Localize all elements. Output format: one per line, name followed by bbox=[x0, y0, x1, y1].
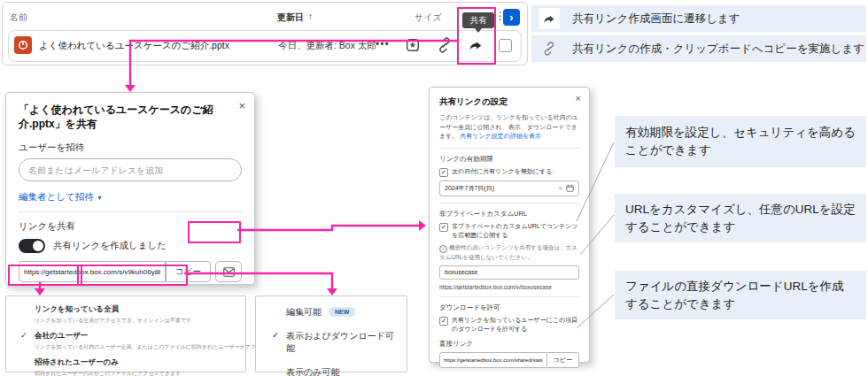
share-url-input[interactable] bbox=[19, 261, 166, 282]
custom-url-input[interactable] bbox=[439, 265, 579, 280]
invite-input[interactable] bbox=[19, 158, 242, 181]
option-label: 表示のみ可能 bbox=[286, 367, 339, 376]
permission-option-view-only[interactable]: 表示のみ可能 bbox=[263, 366, 399, 376]
option-desc: リンクを知っている社内のユーザー全員、またはこのファイルに招待されたユーザーがア… bbox=[35, 343, 236, 351]
close-icon[interactable]: × bbox=[238, 100, 245, 111]
legend-link-text: 共有リンクの作成・クリップボードへコピーを実施します bbox=[572, 42, 864, 57]
more-actions-icon[interactable]: ••• bbox=[376, 38, 390, 50]
direct-link-copy-button[interactable]: コピー bbox=[547, 352, 579, 368]
expiration-checkbox-row[interactable]: ✓ 次の日付に共有リンクを無効にする: bbox=[439, 167, 579, 177]
checkbox-checked-icon[interactable]: ✓ bbox=[439, 223, 448, 232]
audience-option-everyone[interactable]: リンクを知っている全員 リンクを知っている全員がアクセスでき、サインインは不要で… bbox=[15, 304, 236, 325]
direct-link-label: 直接リンク bbox=[439, 340, 579, 349]
option-desc: リンクを知っている全員がアクセスでき、サインインは不要です bbox=[35, 317, 236, 325]
file-row[interactable]: よく使われているユースケースのご紹介.pptx 今日、更新者: Box 太郎 •… bbox=[8, 30, 522, 62]
permission-option-edit[interactable]: 編集可能NEW bbox=[263, 306, 399, 318]
option-label: 編集可能 bbox=[286, 307, 322, 317]
option-title: リンクを知っている全員 bbox=[35, 304, 236, 315]
toggle-label: 共有リンクを作成しました bbox=[53, 240, 167, 252]
share-link-label: リンクを共有 bbox=[19, 220, 242, 233]
invite-label: ユーザーを招待 bbox=[19, 142, 242, 154]
share-link-toggle[interactable] bbox=[19, 239, 45, 253]
legend-row-link: 共有リンクの作成・クリップボードへコピーを実施します bbox=[531, 35, 866, 62]
share-tooltip: 共有 bbox=[462, 12, 494, 28]
column-header-updated[interactable]: 更新日 bbox=[277, 12, 304, 24]
direct-link-input[interactable] bbox=[439, 352, 547, 368]
sort-asc-icon: ↑ bbox=[308, 12, 313, 21]
share-dialog: 「よく使われているユースケースのご紹介.pptx」を共有 × ユーザーを招待 編… bbox=[5, 92, 255, 285]
audience-option-invited[interactable]: 招待されたユーザーのみ 招待されたユーザーのみがこのファイルにアクセスできます bbox=[15, 357, 236, 376]
option-desc: 招待されたユーザーのみがこのファイルにアクセスできます bbox=[35, 370, 236, 376]
download-checkbox-row[interactable]: ✓ 共有リンクを知っているユーザーにこの項目のダウンロードを許可する bbox=[439, 316, 579, 334]
expiration-date-field[interactable]: 2024年7月7日(日) × bbox=[439, 180, 579, 196]
custom-url-preview: https://getstartedbox.box.com/v/boxuseca… bbox=[439, 284, 579, 290]
expiration-date-value: 2024年7月7日(日) bbox=[445, 184, 554, 193]
column-header-name[interactable]: 名前 bbox=[10, 12, 27, 24]
caret-down-icon: ▾ bbox=[97, 194, 101, 202]
download-checkbox-label: 共有リンクを知っているユーザーにこの項目のダウンロードを許可する bbox=[452, 316, 579, 334]
powerpoint-file-icon bbox=[14, 36, 32, 54]
audience-options-panel: リンクを知っている全員 リンクを知っている全員がアクセスでき、サインインは不要で… bbox=[5, 295, 246, 372]
close-icon[interactable]: × bbox=[576, 94, 581, 104]
file-name: よく使われているユースケースのご紹介.pptx bbox=[39, 40, 229, 52]
file-list: 名前 更新日 ↑ サイズ ⋮ › よく使われているユースケースのご紹介.pptx… bbox=[2, 2, 528, 65]
column-header-size[interactable]: サイズ bbox=[415, 12, 442, 24]
share-arrow-icon bbox=[539, 8, 560, 29]
new-badge: NEW bbox=[329, 307, 355, 317]
powerpoint-glyph bbox=[17, 39, 29, 51]
legend-row-share: 共有リンク作成画面に遷移します bbox=[531, 5, 866, 32]
share-arrow-icon[interactable] bbox=[468, 37, 484, 57]
option-title: 会社のユーザー bbox=[35, 331, 236, 341]
copy-button[interactable]: コピー bbox=[166, 261, 211, 282]
checkbox-checked-icon[interactable]: ✓ bbox=[439, 168, 448, 177]
checkbox-checked-icon[interactable]: ✓ bbox=[439, 317, 448, 326]
clear-date-icon[interactable]: × bbox=[558, 185, 562, 192]
option-title: 招待されたユーザーのみ bbox=[35, 357, 236, 368]
permission-option-view-download[interactable]: ✓ 表示およびダウンロード可能 bbox=[263, 330, 399, 355]
tooltip-pointer bbox=[475, 28, 482, 33]
chevron-button[interactable]: › bbox=[503, 9, 520, 26]
collections-bookmark-icon[interactable] bbox=[405, 37, 421, 57]
custom-url-label: 非プライベートカスタムURL bbox=[439, 210, 579, 219]
check-icon: ✓ bbox=[20, 331, 27, 340]
expiration-label: リンクの有効期限 bbox=[439, 155, 579, 164]
download-label: ダウンロードを許可 bbox=[439, 303, 579, 312]
custom-url-note: i機密性の高いコンテンツを共有する場合は、カスタムURLを使用しないでください。 bbox=[439, 243, 579, 262]
settings-details-link[interactable]: 共有リンク設定の詳細を表示 bbox=[460, 133, 541, 139]
toggle-knob bbox=[33, 241, 43, 251]
option-label: 表示およびダウンロード可能 bbox=[286, 331, 394, 353]
audience-option-company[interactable]: ✓ 会社のユーザー リンクを知っている社内のユーザー全員、またはこのファイルに招… bbox=[15, 331, 236, 351]
link-settings-dialog: 共有リンクの設定 × このコンテンツは、リンクを知っている社内のユーザー全員に公… bbox=[429, 87, 590, 363]
chevron-right-icon: › bbox=[509, 11, 513, 24]
check-icon: ✓ bbox=[272, 330, 279, 340]
expiration-checkbox-label: 次の日付に共有リンクを無効にする: bbox=[452, 167, 554, 176]
share-tooltip-label: 共有 bbox=[470, 15, 487, 27]
file-updated: 今日、更新者: Box 太郎 bbox=[278, 40, 376, 52]
copy-link-icon[interactable] bbox=[437, 37, 453, 57]
custom-url-checkbox-label: 非プライベートのカスタムURLでコンテンツを広範囲に公開する bbox=[452, 222, 579, 240]
info-icon: i bbox=[439, 245, 447, 253]
invite-as-link[interactable]: 編集者として招待 bbox=[19, 191, 94, 202]
email-share-button[interactable] bbox=[215, 261, 242, 282]
legend-share-text: 共有リンク作成画面に遷移します bbox=[572, 12, 740, 27]
callout-direct-link: ファイルの直接ダウンロードURLを作成することができます bbox=[615, 271, 866, 319]
permission-options-panel: 編集可能NEW ✓ 表示およびダウンロード可能 表示のみ可能 bbox=[255, 295, 407, 372]
calendar-icon[interactable] bbox=[566, 184, 574, 192]
callout-expiration: 有効期限を設定し、セキュリティを高めることができます bbox=[615, 116, 866, 167]
envelope-icon bbox=[223, 267, 235, 277]
settings-title: 共有リンクの設定 bbox=[439, 96, 579, 108]
row-checkbox[interactable] bbox=[499, 39, 512, 52]
custom-url-checkbox-row[interactable]: ✓ 非プライベートのカスタムURLでコンテンツを広範囲に公開する bbox=[439, 222, 579, 240]
link-icon bbox=[539, 38, 560, 59]
custom-url-note-text: 機密性の高いコンテンツを共有する場合は、カスタムURLを使用しないでください。 bbox=[439, 244, 577, 260]
callout-custom-url: URLをカスタマイズし、任意のURLを設定することができます bbox=[615, 194, 866, 242]
share-dialog-title: 「よく使われているユースケースのご紹介.pptx」を共有 bbox=[19, 104, 224, 131]
